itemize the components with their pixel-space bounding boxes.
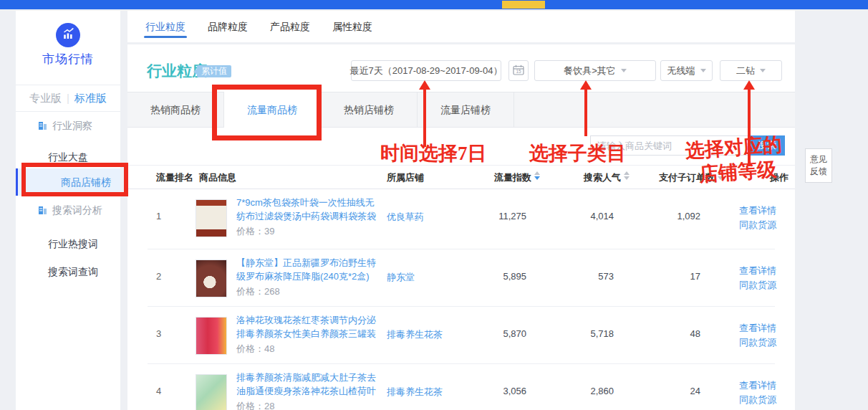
shop-level-dropdown[interactable]: 二钻 xyxy=(720,60,782,81)
annotation-arrow-category xyxy=(580,80,592,136)
product-price: 价格：48 xyxy=(236,343,380,356)
version-standard[interactable]: 标准版 xyxy=(74,92,107,104)
chevron-down-icon xyxy=(700,69,706,72)
product-info: 7*9cm茶包袋茶叶袋一次性抽线无纺布过滤袋煲汤中药袋调料袋茶袋 价格：39 xyxy=(236,196,380,238)
table-row: 3 洛神花玫瑰花茶红枣茶调节内分泌排毒养颜茶女性美白养颜茶三罐装 价格：48 排… xyxy=(127,307,795,364)
shop-link[interactable]: 静东堂 xyxy=(387,271,415,284)
paid-suborders-value: 17 xyxy=(640,271,700,282)
same-supply-link[interactable]: 同款货源 xyxy=(739,278,776,292)
date-range-selector[interactable]: 最近7天（2017-08-29~2017-09-04） xyxy=(351,60,501,81)
traffic-index-value: 3,056 xyxy=(464,386,526,396)
annotation-text-category: 选择子类目 xyxy=(529,140,626,166)
granularity-tabbar: 行业粒度 品牌粒度 产品粒度 属性粒度 xyxy=(127,11,795,42)
category-value: 餐饮具>其它 xyxy=(564,65,616,77)
product-info: 【静东堂】正品新疆罗布泊野生特级罗布麻茶降压降脂(240克*2盒) 价格：268 xyxy=(236,256,380,298)
col-traffic-rank: 流量排名 xyxy=(156,166,193,190)
paid-suborders-value: 24 xyxy=(640,386,700,396)
version-pro[interactable]: 专业版 xyxy=(29,92,62,104)
row-actions: 查看详情 同款货源 xyxy=(739,378,776,407)
tab-attribute-granularity[interactable]: 属性粒度 xyxy=(332,11,372,42)
tab-brand-granularity[interactable]: 品牌粒度 xyxy=(208,11,248,42)
view-detail-link[interactable]: 查看详情 xyxy=(739,378,776,393)
product-thumbnail[interactable] xyxy=(196,374,227,410)
product-price: 价格：39 xyxy=(236,225,380,238)
row-actions: 查看详情 同款货源 xyxy=(739,264,776,292)
col-shop: 所属店铺 xyxy=(387,166,424,190)
tab-industry-granularity[interactable]: 行业粒度 xyxy=(145,11,185,42)
rank-value: 1 xyxy=(156,211,161,221)
shop-link[interactable]: 优良草药 xyxy=(387,211,424,224)
product-thumbnail[interactable] xyxy=(196,199,227,237)
tab-hot-shop-rank[interactable]: 热销店铺榜 xyxy=(321,92,418,127)
annotation-text-date: 时间选择7日 xyxy=(380,140,487,166)
sidebar-section-search-analysis: 搜索词分析 xyxy=(38,204,102,218)
product-title-link[interactable]: 排毒养颜茶清脂减肥减大肚子茶去油脂通便瘦身茶洛神花茶山楂荷叶 xyxy=(236,371,380,398)
tab-hot-product-rank[interactable]: 热销商品榜 xyxy=(127,92,224,127)
annotation-arrow-date xyxy=(419,80,430,147)
feedback-label-line2: 反馈 xyxy=(806,166,831,178)
feedback-button[interactable]: 意见 反馈 xyxy=(805,148,832,183)
sidebar: 市场行情 专业版|标准版 行业洞察 行业大盘 商品店铺榜 xyxy=(16,11,120,410)
col-traffic-index[interactable]: 流量指数 xyxy=(494,166,540,190)
annotation-box-sidebar-item xyxy=(21,163,128,196)
search-popularity-value: 573 xyxy=(554,271,614,282)
table-row: 1 7*9cm茶包袋茶叶袋一次性抽线无纺布过滤袋煲汤中药袋调料袋茶袋 价格：39… xyxy=(127,189,795,249)
tab-product-granularity[interactable]: 产品粒度 xyxy=(270,11,310,42)
view-detail-link[interactable]: 查看详情 xyxy=(739,321,776,335)
rank-value: 2 xyxy=(156,271,161,282)
shop-level-value: 二钻 xyxy=(736,65,755,77)
rank-value: 3 xyxy=(156,328,161,339)
view-detail-link[interactable]: 查看详情 xyxy=(739,204,776,218)
product-thumbnail[interactable] xyxy=(196,259,227,297)
chevron-down-icon xyxy=(760,69,766,72)
sidebar-section-label: 搜索词分析 xyxy=(52,204,102,217)
date-range-value: 最近7天（2017-08-29~2017-09-04） xyxy=(350,65,503,77)
annotation-text-shop-level: 选择对应的 店铺等级 xyxy=(685,132,784,187)
building-icon xyxy=(38,120,47,132)
search-popularity-value: 2,860 xyxy=(554,386,614,396)
tab-traffic-shop-rank[interactable]: 流量店铺榜 xyxy=(418,92,514,127)
sort-icon[interactable] xyxy=(624,171,630,180)
paid-suborders-value: 1,092 xyxy=(640,211,700,221)
same-supply-link[interactable]: 同款货源 xyxy=(739,393,776,407)
browser-top-bar xyxy=(0,0,868,9)
shop-link[interactable]: 排毒养生花茶 xyxy=(387,328,443,341)
traffic-index-value: 5,870 xyxy=(464,328,526,339)
col-search-popularity[interactable]: 搜索人气 xyxy=(584,166,630,190)
rank-value: 4 xyxy=(156,386,161,396)
view-detail-link[interactable]: 查看详情 xyxy=(739,264,776,278)
chevron-down-icon xyxy=(621,69,627,72)
product-title-link[interactable]: 【静东堂】正品新疆罗布泊野生特级罗布麻茶降压降脂(240克*2盒) xyxy=(236,256,380,283)
cumulative-badge: 累计值 xyxy=(197,65,231,77)
feedback-label-line1: 意见 xyxy=(806,153,831,166)
sidebar-section-label: 行业洞察 xyxy=(52,120,92,133)
search-popularity-value: 4,014 xyxy=(554,211,614,221)
same-supply-link[interactable]: 同款货源 xyxy=(739,218,776,232)
sort-icon[interactable] xyxy=(534,171,540,180)
row-actions: 查看详情 同款货源 xyxy=(739,321,776,350)
sidebar-divider xyxy=(16,85,120,85)
version-separator: | xyxy=(67,92,69,104)
calendar-button[interactable]: 15 xyxy=(508,60,529,81)
sidebar-section-industry-insight: 行业洞察 xyxy=(38,119,92,133)
product-title-link[interactable]: 洛神花玫瑰花茶红枣茶调节内分泌排毒养颜茶女性美白养颜茶三罐装 xyxy=(236,313,380,340)
paid-suborders-value: 48 xyxy=(640,328,700,339)
traffic-index-value: 11,275 xyxy=(464,211,526,221)
table-row: 2 【静东堂】正品新疆罗布泊野生特级罗布麻茶降压降脂(240克*2盒) 价格：2… xyxy=(127,249,795,307)
category-dropdown[interactable]: 餐饮具>其它 xyxy=(534,60,656,81)
top-bar-yellow-indicator xyxy=(502,1,545,9)
table-row: 4 排毒养颜茶清脂减肥减大肚子茶去油脂通便瘦身茶洛神花茶山楂荷叶 价格：28 排… xyxy=(127,364,795,410)
sidebar-item-hot-search-words[interactable]: 行业热搜词 xyxy=(16,230,120,257)
sidebar-item-search-word-query[interactable]: 搜索词查询 xyxy=(16,258,120,285)
market-analytics-page: 市场行情 专业版|标准版 行业洞察 行业大盘 商品店铺榜 xyxy=(0,0,868,410)
trend-chart-icon xyxy=(62,27,75,44)
sidebar-divider xyxy=(16,111,120,112)
terminal-dropdown[interactable]: 无线端 xyxy=(660,60,713,81)
app-title: 市场行情 xyxy=(16,51,120,67)
product-thumbnail[interactable] xyxy=(196,317,227,355)
same-supply-link[interactable]: 同款货源 xyxy=(739,335,776,350)
product-info: 洛神花玫瑰花茶红枣茶调节内分泌排毒养颜茶女性美白养颜茶三罐装 价格：48 xyxy=(236,313,380,356)
shop-link[interactable]: 排毒养生花茶 xyxy=(387,386,443,399)
product-info: 排毒养颜茶清脂减肥减大肚子茶去油脂通便瘦身茶洛神花茶山楂荷叶 价格：28 xyxy=(236,371,380,410)
product-title-link[interactable]: 7*9cm茶包袋茶叶袋一次性抽线无纺布过滤袋煲汤中药袋调料袋茶袋 xyxy=(236,196,380,223)
